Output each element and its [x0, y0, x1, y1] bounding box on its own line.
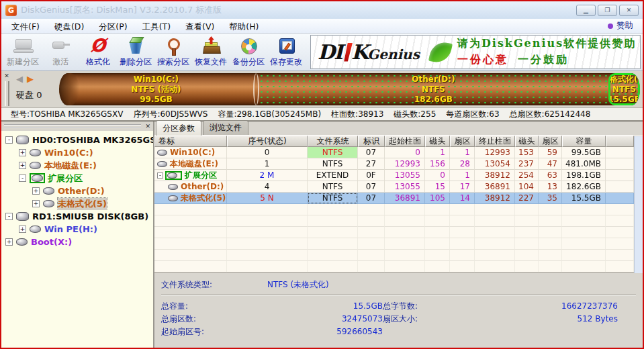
- empty-cell: [515, 227, 539, 238]
- tab-browse-files[interactable]: 浏览文件: [203, 120, 248, 135]
- empty-cell: [227, 215, 308, 227]
- delete-partition-button[interactable]: 删除分区: [117, 35, 154, 70]
- menu-item-0[interactable]: 文件(F): [4, 20, 47, 33]
- cell-end-head: 227: [515, 193, 539, 204]
- tree-item-7[interactable]: +Win PE(H:): [1, 223, 153, 236]
- backup-partition-button[interactable]: 备份分区: [230, 35, 267, 70]
- close-button[interactable]: ✕: [619, 5, 639, 16]
- sponsor-banner[interactable]: DIKGenius 请为DiskGenius软件提供赞助 一份心意一分鼓励: [310, 35, 641, 69]
- disk-icon: [168, 184, 178, 190]
- column-header-4[interactable]: 起始柱面: [385, 136, 425, 147]
- cell-start-head: 156: [425, 158, 450, 170]
- cell-capacity: 15.5GB: [562, 193, 606, 204]
- column-header-1[interactable]: 序号(状态): [227, 136, 308, 147]
- partition-table: 卷标序号(状态)文件系统标识起始柱面磁头扇区终止柱面磁头扇区容量 Win10(C…: [154, 136, 634, 272]
- tree-expand-icon[interactable]: +: [19, 162, 26, 169]
- empty-cell: [562, 204, 606, 215]
- table-header-row: 卷标序号(状态)文件系统标识起始柱面磁头扇区终止柱面磁头扇区容量: [154, 136, 634, 147]
- tree-expand-icon[interactable]: -: [19, 174, 26, 182]
- banner-line2: 一份心意一分鼓励: [457, 53, 636, 67]
- window-title: DiskGenius[原名: DiskMan] V3.2.2010.7 标准版: [21, 4, 576, 16]
- detail-value: 592660543: [267, 326, 383, 338]
- tree-expand-icon[interactable]: +: [19, 226, 26, 233]
- tree-expand-icon[interactable]: +: [5, 238, 13, 246]
- partition-1[interactable]: Win10(C:)NTFS (活动)99.5GB: [59, 73, 253, 105]
- column-header-7[interactable]: 终止柱面: [475, 136, 515, 147]
- tab-partition-params[interactable]: 分区参数: [156, 120, 201, 136]
- table-row-2[interactable]: -扩展分区2 MEXTEND0F13055013891225463198.1GB: [154, 170, 634, 181]
- detail-label: 起始扇区号:: [161, 326, 267, 338]
- vertical-scrollbar[interactable]: [634, 136, 643, 273]
- menu-item-2[interactable]: 分区(P): [91, 20, 134, 33]
- search-partition-button[interactable]: 搜索分区: [154, 35, 192, 70]
- disk-info-segment-6: 总扇区数:625142448: [510, 109, 591, 120]
- menu-item-3[interactable]: 工具(T): [135, 20, 178, 33]
- disk-icon: [168, 195, 178, 201]
- toolbar-button-label: 恢复文件: [195, 56, 227, 68]
- activate-icon: [50, 36, 71, 55]
- empty-cell: [425, 250, 450, 261]
- tree-item-3[interactable]: -扩展分区: [1, 172, 153, 185]
- menu-item-4[interactable]: 查看(V): [178, 20, 222, 33]
- tree-expand-icon[interactable]: +: [32, 200, 40, 207]
- cell-end-head: 237: [515, 158, 539, 170]
- table-row-3[interactable]: Other(D:)4NTFS071305515173689110413182.6…: [154, 181, 634, 193]
- tree-item-label: Boot(X:): [31, 237, 72, 247]
- tree-item-8[interactable]: +Boot(X:): [1, 236, 153, 248]
- banner-line1: 请为DiskGenius软件提供赞助: [457, 37, 636, 51]
- column-header-10[interactable]: 容量: [562, 136, 606, 147]
- prev-disk-arrow-icon[interactable]: ◀: [16, 74, 23, 84]
- empty-cell: [450, 238, 475, 250]
- diskbar-grip[interactable]: [5, 81, 9, 106]
- column-header-3[interactable]: 标识: [358, 136, 385, 147]
- cell-capacity: 481.0MB: [562, 158, 606, 170]
- detail-label: [383, 326, 496, 338]
- table-row-0[interactable]: Win10(C:)0NTFS07011129931535999.5GB: [154, 147, 634, 158]
- toolbar-button-label: 格式化: [86, 56, 110, 68]
- tree-item-4[interactable]: +Other(D:): [1, 185, 153, 197]
- tree-expand-icon[interactable]: +: [19, 149, 26, 156]
- tree-expand-icon[interactable]: -: [5, 213, 13, 220]
- tree-panel-grip[interactable]: [4, 124, 141, 128]
- tree-item-0[interactable]: -HD0:TOSHIBA MK3265GSXV(298GB): [1, 134, 153, 146]
- details-row: 总容量:15.5GB总字节数:16627237376: [161, 300, 636, 313]
- column-header-9[interactable]: 扇区: [539, 136, 562, 147]
- empty-cell: [606, 215, 634, 227]
- row-expand-icon[interactable]: -: [157, 172, 163, 179]
- table-row-1[interactable]: 本地磁盘(E:)1NTFS2712993156281305423747481.0…: [154, 158, 634, 170]
- tree-item-1[interactable]: +Win10(C:): [1, 146, 153, 159]
- column-header-11[interactable]: [606, 136, 634, 147]
- column-header-5[interactable]: 磁头: [425, 136, 450, 147]
- tree-panel-close-icon[interactable]: ✕: [145, 123, 150, 130]
- save-changes-button[interactable]: 保存更改: [267, 35, 305, 70]
- menu-item-5[interactable]: 帮助(H): [222, 20, 266, 33]
- diskbar-close-icon[interactable]: ✕: [4, 72, 9, 79]
- sponsor-link[interactable]: 赞助: [608, 20, 640, 32]
- menu-item-1[interactable]: 硬盘(D): [47, 20, 91, 33]
- tree-item-2[interactable]: +本地磁盘(E:): [1, 159, 153, 172]
- cell-filler: [606, 158, 634, 170]
- format-button[interactable]: Ø格式化: [79, 35, 117, 70]
- next-disk-arrow-icon[interactable]: ▶: [27, 74, 34, 84]
- maximize-button[interactable]: ❐: [598, 5, 617, 16]
- column-header-8[interactable]: 磁头: [515, 136, 539, 147]
- cell-start-sector: 17: [450, 181, 475, 193]
- recover-files-button[interactable]: 恢复文件: [192, 35, 230, 70]
- tree-expand-icon[interactable]: -: [5, 136, 13, 144]
- column-header-6[interactable]: 扇区: [450, 136, 475, 147]
- table-row-4[interactable]: 未格式化(5)5 NNTFS073689110514389122273515.5…: [154, 193, 634, 204]
- tree-expand-icon[interactable]: +: [32, 187, 40, 195]
- empty-cell: [425, 204, 450, 215]
- partition-2[interactable]: Other(D:)NTFS182.6GB: [259, 73, 609, 105]
- column-header-2[interactable]: 文件系统: [308, 136, 358, 147]
- tree-item-5[interactable]: +未格式化(5): [1, 197, 153, 210]
- empty-cell: [425, 261, 450, 272]
- empty-cell: [515, 250, 539, 261]
- column-header-0[interactable]: 卷标: [154, 136, 227, 147]
- minimize-button[interactable]: ▁: [576, 5, 596, 16]
- tree-item-6[interactable]: -RD1:SMIUSB DISK(8GB): [1, 210, 153, 223]
- cell-filesystem: NTFS: [308, 181, 358, 193]
- cell-start-cylinder: 0: [385, 147, 425, 158]
- cell-index: 2 M: [227, 170, 308, 181]
- partition-3[interactable]: 未格式化(5)NTFS15.5GB: [608, 73, 640, 105]
